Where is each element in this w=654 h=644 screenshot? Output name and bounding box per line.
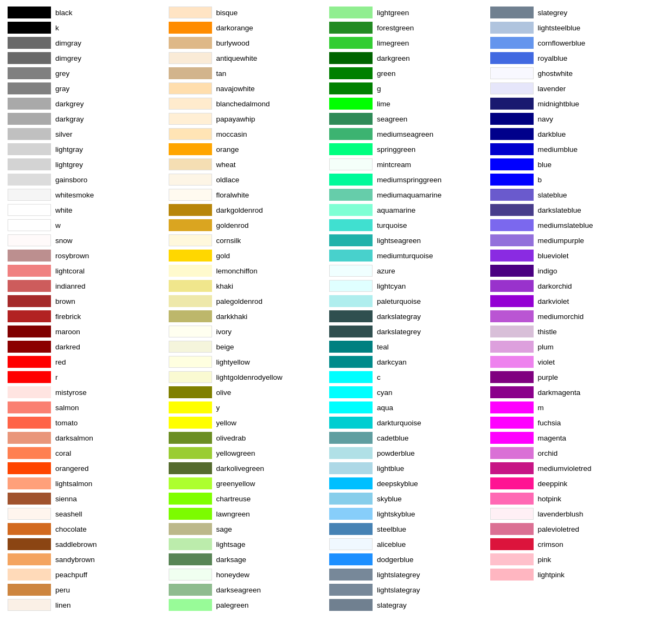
color-item: darkorange bbox=[166, 21, 328, 35]
color-swatch bbox=[169, 234, 212, 246]
color-name-label: palegoldenrod bbox=[216, 297, 263, 305]
color-item: antiquewhite bbox=[166, 51, 328, 65]
color-swatch bbox=[169, 295, 212, 307]
color-swatch bbox=[490, 417, 534, 429]
color-name-label: darkred bbox=[55, 343, 80, 351]
color-item: palevioletred bbox=[488, 522, 649, 536]
color-item: goldenrod bbox=[166, 218, 328, 232]
color-name-label: wheat bbox=[216, 161, 236, 169]
color-swatch bbox=[8, 143, 51, 155]
color-swatch bbox=[169, 67, 212, 79]
color-swatch bbox=[490, 113, 534, 125]
color-swatch bbox=[169, 477, 212, 489]
color-name-label: powderblue bbox=[377, 449, 415, 457]
color-swatch bbox=[8, 447, 51, 459]
color-item: teal bbox=[327, 340, 488, 354]
color-name-label: aliceblue bbox=[377, 540, 406, 549]
color-swatch bbox=[490, 371, 534, 383]
color-item: orchid bbox=[488, 446, 649, 460]
color-swatch bbox=[329, 22, 373, 34]
color-name-label: blueviolet bbox=[538, 252, 569, 260]
color-item: lightcyan bbox=[327, 279, 488, 293]
color-swatch bbox=[8, 219, 51, 231]
color-name-label: teal bbox=[377, 343, 389, 351]
color-swatch bbox=[490, 52, 534, 64]
color-item: dimgray bbox=[5, 36, 166, 50]
color-item: lightyellow bbox=[166, 355, 328, 369]
color-item: aliceblue bbox=[327, 537, 488, 551]
color-item: brown bbox=[5, 294, 166, 308]
color-item: darkseagreen bbox=[166, 583, 328, 597]
color-name-label: mediumorchid bbox=[538, 313, 584, 321]
color-name-label: chocolate bbox=[55, 525, 87, 533]
color-item: black bbox=[5, 5, 166, 20]
color-item: k bbox=[5, 21, 166, 35]
color-item: lightslategray bbox=[327, 583, 488, 597]
color-swatch bbox=[169, 52, 212, 64]
color-item: khaki bbox=[166, 279, 328, 293]
color-item: white bbox=[5, 203, 166, 217]
color-name-label: deeppink bbox=[538, 480, 568, 488]
color-swatch bbox=[8, 341, 51, 353]
color-item: olive bbox=[166, 385, 328, 399]
color-swatch bbox=[8, 538, 51, 550]
color-swatch bbox=[490, 508, 534, 520]
color-name-label: goldenrod bbox=[216, 221, 249, 229]
color-name-label: sandybrown bbox=[55, 556, 95, 564]
color-item: blue bbox=[488, 157, 649, 171]
color-item: paleturquoise bbox=[327, 294, 488, 308]
color-name-label: chartreuse bbox=[216, 495, 251, 503]
color-item: palegoldenrod bbox=[166, 294, 328, 308]
color-item: dimgrey bbox=[5, 51, 166, 65]
color-swatch bbox=[329, 234, 373, 246]
color-name-label: orchid bbox=[538, 449, 558, 457]
color-item: slategray bbox=[327, 598, 488, 612]
color-swatch bbox=[169, 401, 212, 413]
color-item: coral bbox=[5, 446, 166, 460]
color-swatch bbox=[329, 523, 373, 535]
color-item: darkgoldenrod bbox=[166, 203, 328, 217]
color-item: forestgreen bbox=[327, 21, 488, 35]
color-name-label: lawngreen bbox=[216, 510, 250, 518]
color-name-label: blanchedalmond bbox=[216, 100, 270, 108]
color-swatch bbox=[169, 219, 212, 231]
color-item: deeppink bbox=[488, 476, 649, 490]
color-item: cornflowerblue bbox=[488, 36, 649, 50]
color-name-label: lightcoral bbox=[55, 267, 85, 275]
color-item: indigo bbox=[488, 264, 649, 278]
color-item: darkolivegreen bbox=[166, 461, 328, 475]
color-swatch bbox=[490, 462, 534, 474]
color-name-label: royalblue bbox=[538, 54, 568, 62]
color-name-label: indigo bbox=[538, 267, 557, 275]
color-swatch bbox=[8, 22, 51, 34]
color-item: lightgrey bbox=[5, 157, 166, 171]
color-swatch bbox=[169, 174, 212, 186]
color-item: lightgoldenrodyellow bbox=[166, 370, 328, 384]
color-item: maroon bbox=[5, 324, 166, 339]
color-item: lawngreen bbox=[166, 507, 328, 521]
color-swatch bbox=[490, 128, 534, 140]
color-swatch bbox=[490, 204, 534, 216]
color-name-label: b bbox=[538, 176, 542, 184]
color-swatch bbox=[8, 265, 51, 277]
color-item: mediumslateblue bbox=[488, 218, 649, 232]
color-name-label: beige bbox=[216, 343, 234, 351]
color-name-label: cyan bbox=[377, 388, 393, 397]
color-swatch bbox=[8, 371, 51, 383]
color-item: cornsilk bbox=[166, 233, 328, 247]
color-item: limegreen bbox=[327, 36, 488, 50]
color-name-label: navy bbox=[538, 115, 554, 123]
color-name-label: gold bbox=[216, 252, 230, 260]
color-item: y bbox=[166, 400, 328, 415]
color-swatch bbox=[329, 326, 373, 337]
color-name-label: tan bbox=[216, 69, 227, 78]
color-swatch bbox=[8, 477, 51, 489]
color-item: yellow bbox=[166, 416, 328, 430]
color-name-label: darkgrey bbox=[55, 100, 84, 108]
color-swatch bbox=[329, 295, 373, 307]
color-name-label: darkgreen bbox=[377, 54, 410, 62]
color-name-label: darkslateblue bbox=[538, 206, 581, 214]
color-swatch bbox=[169, 280, 212, 292]
color-item: darkorchid bbox=[488, 279, 649, 293]
color-item: sandybrown bbox=[5, 552, 166, 566]
